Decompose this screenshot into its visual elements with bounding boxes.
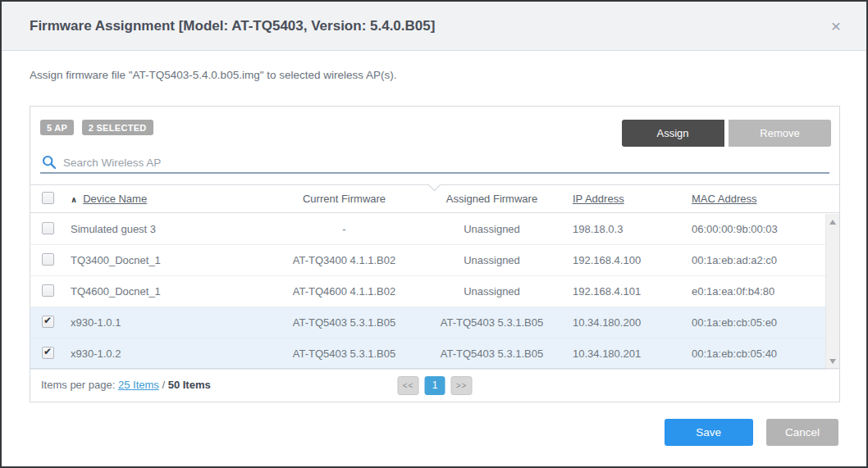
- current-firmware: AT-TQ5403 5.3.1.B05: [272, 348, 416, 360]
- selected-count-badge: 2 SELECTED: [82, 120, 153, 135]
- current-page-button[interactable]: 1: [425, 376, 445, 395]
- mac-address: 00:1a:eb:cb:05:e0: [687, 316, 839, 329]
- table-row[interactable]: TQ3400_Docnet_1 AT-TQ3400 4.1.1.B02 Unas…: [30, 245, 839, 276]
- sort-ascending-icon: ∧: [71, 195, 77, 204]
- cancel-button[interactable]: Cancel: [766, 419, 838, 446]
- row-checkbox[interactable]: [42, 253, 54, 266]
- items-per-page: Items per page: 25 Items / 50 Items: [41, 379, 211, 391]
- search-bar: [40, 152, 829, 174]
- current-firmware: AT-TQ4600 4.1.1.B02: [272, 285, 416, 298]
- table-footer: Items per page: 25 Items / 50 Items << 1…: [30, 368, 839, 402]
- ip-address: 198.18.0.3: [568, 223, 687, 235]
- search-icon: [42, 155, 57, 170]
- table-row[interactable]: TQ4600_Docnet_1 AT-TQ4600 4.1.1.B02 Unas…: [30, 276, 839, 307]
- close-icon[interactable]: ×: [825, 16, 847, 37]
- separator: /: [159, 379, 168, 391]
- search-input[interactable]: [63, 152, 826, 172]
- table-body: Simulated guest 3 - Unassigned 198.18.0.…: [30, 214, 839, 370]
- assign-remove-group: Assign Remove: [622, 120, 831, 147]
- dialog-description: Assign firmware file "AT-TQ5403-5.4.0.b0…: [30, 69, 397, 81]
- assigned-firmware: AT-TQ5403 5.3.1.B05: [416, 316, 568, 329]
- scroll-up-icon[interactable]: [826, 216, 839, 229]
- ip-address: 10.34.180.200: [568, 316, 687, 329]
- table-header-row: ∧Device Name Current Firmware Assigned F…: [30, 184, 839, 213]
- remove-button[interactable]: Remove: [729, 120, 831, 147]
- dialog-actions: Save Cancel: [665, 419, 838, 446]
- col-device-name[interactable]: ∧Device Name: [62, 193, 272, 205]
- current-firmware: AT-TQ5403 5.3.1.B05: [272, 316, 416, 329]
- next-page-button[interactable]: >>: [451, 376, 473, 395]
- mac-address: 00:1a:eb:ad:a2:c0: [687, 254, 839, 266]
- col-ip-address[interactable]: IP Address: [568, 193, 687, 205]
- device-name: Simulated guest 3: [62, 223, 272, 235]
- device-name: TQ3400_Docnet_1: [62, 254, 272, 266]
- ip-address: 10.34.180.201: [568, 348, 687, 360]
- assigned-firmware: Unassigned: [416, 254, 568, 266]
- col-current-firmware: Current Firmware: [272, 193, 416, 205]
- scroll-down-icon[interactable]: [826, 355, 839, 368]
- device-name: TQ4600_Docnet_1: [62, 285, 272, 298]
- chevron-down-notch: [428, 179, 441, 192]
- mac-address: 00:1a:eb:cb:05:40: [687, 348, 839, 360]
- ip-address: 192.168.4.100: [568, 254, 687, 266]
- ap-count-badge: 5 AP: [40, 120, 74, 135]
- row-checkbox[interactable]: [42, 222, 54, 234]
- table-row[interactable]: Simulated guest 3 - Unassigned 198.18.0.…: [30, 214, 839, 245]
- device-name: x930-1.0.2: [62, 348, 272, 360]
- mac-address: 06:00:00:9b:00:03: [687, 223, 839, 235]
- assigned-firmware: AT-TQ5403 5.3.1.B05: [416, 348, 568, 360]
- row-checkbox[interactable]: [42, 347, 54, 359]
- header-checkbox-cell: [30, 192, 62, 207]
- col-assigned-firmware: Assigned Firmware: [416, 193, 568, 205]
- table-row[interactable]: x930-1.0.1 AT-TQ5403 5.3.1.B05 AT-TQ5403…: [30, 307, 839, 339]
- ap-selection-panel: 5 AP 2 SELECTED Assign Remove ∧Device Na…: [30, 106, 840, 402]
- ip-address: 192.168.4.101: [568, 285, 687, 298]
- assigned-firmware: Unassigned: [416, 285, 568, 298]
- row-checkbox[interactable]: [42, 316, 54, 328]
- firmware-assignment-dialog: Firmware Assignment [Model: AT-TQ5403, V…: [0, 0, 868, 468]
- row-checkbox[interactable]: [42, 284, 54, 297]
- assigned-firmware: Unassigned: [416, 223, 568, 235]
- dialog-title: Firmware Assignment [Model: AT-TQ5403, V…: [30, 2, 435, 51]
- current-firmware: -: [272, 223, 416, 235]
- per-page-link[interactable]: 25 Items: [118, 379, 159, 391]
- table-row[interactable]: x930-1.0.2 AT-TQ5403 5.3.1.B05 AT-TQ5403…: [30, 339, 839, 370]
- prev-page-button[interactable]: <<: [398, 376, 419, 395]
- total-items-label: 50 Items: [168, 379, 211, 391]
- table-scrollbar[interactable]: [825, 214, 839, 370]
- assign-button[interactable]: Assign: [622, 120, 724, 147]
- mac-address: e0:1a:ea:0f:b4:80: [687, 285, 839, 298]
- count-badges: 5 AP 2 SELECTED: [40, 120, 158, 135]
- pagination: << 1 >>: [398, 376, 473, 395]
- current-firmware: AT-TQ3400 4.1.1.B02: [272, 254, 416, 266]
- save-button[interactable]: Save: [665, 419, 753, 446]
- col-mac-address[interactable]: MAC Address: [687, 193, 839, 205]
- device-name: x930-1.0.1: [62, 316, 272, 329]
- items-per-page-label: Items per page:: [41, 379, 115, 391]
- select-all-checkbox[interactable]: [42, 192, 54, 204]
- dialog-header: Firmware Assignment [Model: AT-TQ5403, V…: [2, 2, 866, 51]
